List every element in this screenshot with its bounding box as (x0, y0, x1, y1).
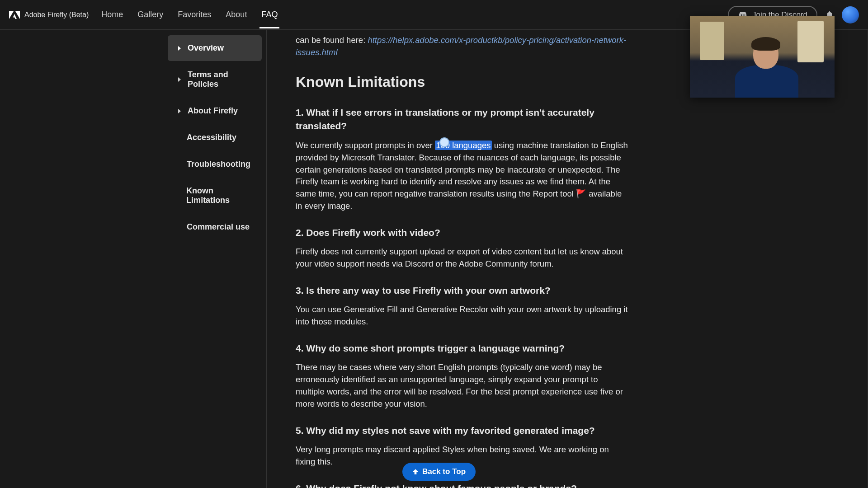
sidebar-label: Overview (188, 43, 224, 53)
webcam-overlay (690, 16, 835, 98)
sidebar-label: Commercial use (187, 222, 250, 232)
sidebar-label: Accessibility (187, 133, 236, 142)
back-to-top-button[interactable]: Back to Top (402, 463, 476, 481)
content-scroll[interactable]: can be found here: https://helpx.adobe.c… (267, 30, 868, 488)
faq-a4: There may be cases where very short Engl… (296, 361, 628, 410)
faq-sidebar: Overview Terms and Policies About Firefl… (163, 30, 267, 488)
nav-favorites[interactable]: Favorites (176, 1, 213, 28)
sidebar-label: Terms and Policies (188, 70, 253, 89)
left-gutter (0, 30, 163, 488)
back-to-top-label: Back to Top (422, 467, 466, 476)
logo[interactable]: Adobe Firefly (Beta) (9, 9, 89, 20)
main-region: Overview Terms and Policies About Firefl… (0, 30, 868, 488)
sidebar-item-terms[interactable]: Terms and Policies (168, 62, 262, 97)
faq-q4: 4. Why do some short prompts trigger a l… (296, 342, 628, 355)
faq-q3: 3. Is there any way to use Firefly with … (296, 284, 628, 297)
user-avatar[interactable] (842, 6, 859, 23)
sidebar-label: About Firefly (188, 106, 238, 116)
faq-a2: Firefly does not currently support uploa… (296, 246, 628, 270)
faq-q2: 2. Does Firefly work with video? (296, 226, 628, 239)
sidebar-item-troubleshooting[interactable]: Troubleshooting (168, 151, 262, 177)
flag-icon: 🚩 (576, 189, 586, 198)
nav-gallery[interactable]: Gallery (136, 1, 165, 28)
section-heading: Known Limitations (296, 71, 628, 92)
sidebar-item-known-limitations[interactable]: Known Limitations (168, 178, 262, 213)
sidebar-label: Troubleshooting (187, 160, 250, 169)
faq-a1: We currently support prompts in over 100… (296, 140, 628, 212)
chevron-right-icon (177, 77, 182, 82)
nav-faq[interactable]: FAQ (259, 1, 279, 28)
arrow-up-icon (412, 469, 419, 475)
faq-q6: 6. Why does Firefly not know about famou… (296, 482, 628, 488)
intro-paragraph: can be found here: https://helpx.adobe.c… (296, 34, 628, 59)
product-name: Adobe Firefly (Beta) (24, 11, 89, 19)
faq-q5: 5. Why did my styles not save with my fa… (296, 424, 628, 437)
top-nav: Home Gallery Favorites About FAQ (99, 1, 279, 28)
adobe-logo-icon (9, 9, 20, 20)
chevron-right-icon (177, 46, 182, 51)
faq-a3: You can use Generative Fill and Generati… (296, 304, 628, 328)
webcam-person (735, 39, 798, 98)
nav-home[interactable]: Home (99, 1, 125, 28)
sidebar-label: Known Limitations (186, 186, 253, 205)
sidebar-item-commercial-use[interactable]: Commercial use (168, 214, 262, 240)
sidebar-item-about-firefly[interactable]: About Firefly (168, 98, 262, 124)
sidebar-item-accessibility[interactable]: Accessibility (168, 125, 262, 150)
faq-content: can be found here: https://helpx.adobe.c… (267, 30, 628, 488)
sidebar-item-overview[interactable]: Overview (168, 35, 262, 61)
highlighted-text: 100 languages (435, 141, 491, 150)
chevron-right-icon (177, 108, 182, 114)
faq-q1: 1. What if I see errors in translations … (296, 106, 628, 133)
nav-about[interactable]: About (224, 1, 249, 28)
